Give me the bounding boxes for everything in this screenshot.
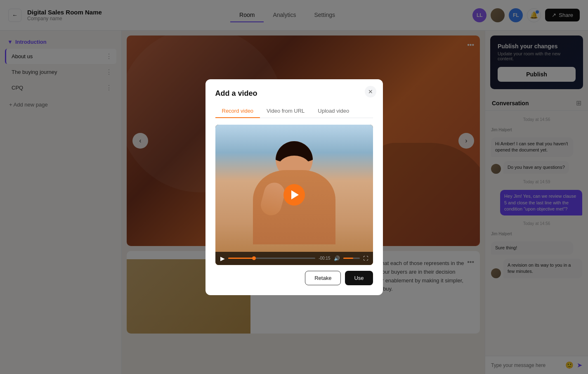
- tab-upload-video[interactable]: Upload video: [311, 104, 356, 118]
- use-button[interactable]: Use: [345, 271, 373, 285]
- video-time: -00:15: [319, 256, 330, 260]
- play-triangle-icon: [291, 190, 299, 199]
- progress-dot: [252, 256, 256, 260]
- video-controls: ▶ -00:15 🔊 ⛶: [215, 252, 373, 265]
- modal-tabs: Record video Video from URL Upload video: [215, 104, 373, 118]
- volume-bar[interactable]: [343, 258, 360, 259]
- fullscreen-icon[interactable]: ⛶: [363, 256, 368, 261]
- play-pause-button[interactable]: ▶: [220, 255, 225, 262]
- tab-record-video[interactable]: Record video: [215, 104, 260, 118]
- progress-bar[interactable]: [228, 258, 316, 259]
- progress-fill: [228, 258, 254, 259]
- modal-actions: Retake Use: [215, 271, 373, 285]
- volume-fill: [343, 258, 353, 259]
- video-player: ▶ -00:15 🔊 ⛶: [215, 125, 373, 265]
- play-button[interactable]: [283, 184, 305, 206]
- retake-button[interactable]: Retake: [305, 271, 341, 285]
- volume-icon[interactable]: 🔊: [334, 256, 340, 261]
- add-video-modal: Add a video ✕ Record video Video from UR…: [205, 79, 383, 295]
- modal-title: Add a video: [215, 89, 373, 98]
- tab-video-url[interactable]: Video from URL: [260, 104, 311, 118]
- modal-overlay: Add a video ✕ Record video Video from UR…: [0, 0, 588, 374]
- modal-close-button[interactable]: ✕: [365, 86, 376, 97]
